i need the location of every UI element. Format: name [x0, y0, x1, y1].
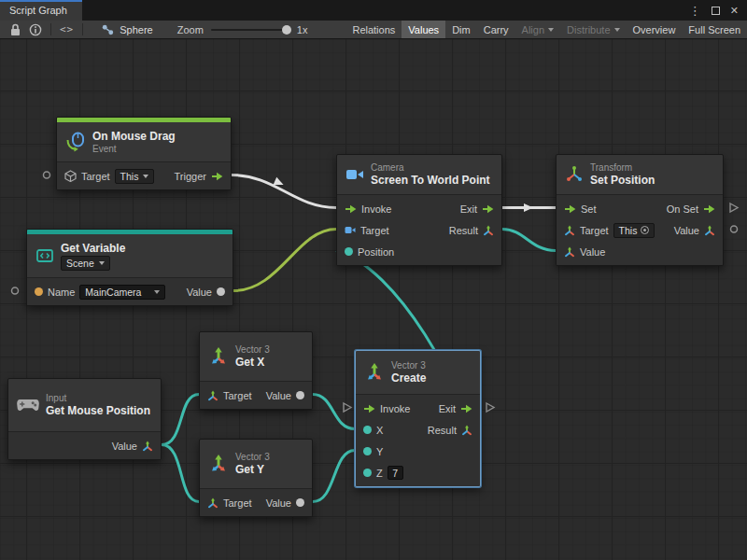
node-screen-to-world-point[interactable]: Camera Screen To World Point Invoke Exit [336, 154, 502, 266]
zoom-slider[interactable] [211, 29, 289, 31]
port-label: Exit [439, 403, 456, 414]
x-input-port[interactable] [363, 426, 372, 434]
node-on-mouse-drag[interactable]: On Mouse Drag Event Target This Trigger [56, 117, 232, 190]
caret-down-icon [548, 28, 554, 32]
port-label: Value [580, 246, 605, 258]
node-title: Get Y [235, 463, 270, 476]
info-icon[interactable] [25, 23, 46, 36]
value-output-port[interactable] [296, 498, 304, 507]
target-this-dropdown[interactable]: This [115, 169, 155, 184]
vector3-port-icon[interactable] [564, 246, 575, 258]
tab-title: Script Graph [9, 5, 67, 16]
variable-scope-dropdown[interactable]: Scene [61, 256, 110, 271]
target-this-object-picker[interactable]: This [613, 223, 655, 238]
node-category: Vector 3 [235, 344, 270, 355]
camera-type-port-icon[interactable] [345, 226, 356, 234]
object-picker-icon [641, 226, 649, 234]
graph-canvas[interactable]: On Mouse Drag Event Target This Trigger [0, 39, 747, 560]
align-button[interactable]: Align [515, 21, 560, 38]
port-label: Value [112, 441, 137, 452]
zoom-slider-handle[interactable] [282, 25, 291, 35]
node-title: Get Variable [61, 242, 125, 255]
dim-button[interactable]: Dim [445, 21, 477, 38]
camera-icon [345, 168, 364, 181]
graph-owner[interactable]: Sphere [101, 23, 152, 36]
overview-button[interactable]: Overview [627, 21, 683, 38]
node-vector3-create[interactable]: Vector 3 Create Invoke Exit X [355, 350, 481, 487]
values-button[interactable]: Values [402, 21, 445, 38]
exec-in-icon[interactable] [564, 204, 576, 214]
port-label: X [376, 425, 383, 436]
caret-down-icon [143, 175, 148, 178]
port-label: Target [223, 497, 252, 509]
value-output-port[interactable] [296, 391, 304, 399]
toolbar-buttons: Relations Values Dim Carry Align Distrib… [345, 21, 747, 38]
transform-type-port-icon[interactable] [564, 225, 575, 236]
gameobject-cube-icon[interactable] [64, 170, 77, 182]
exec-out-icon[interactable] [460, 404, 472, 413]
relations-button[interactable]: Relations [345, 21, 402, 38]
node-category: Transform [590, 162, 655, 173]
vector3-icon [208, 454, 229, 474]
port-label: Result [449, 225, 478, 236]
port-label: Exit [460, 203, 477, 215]
exec-out-icon[interactable] [703, 204, 715, 214]
kebab-menu-icon[interactable]: ⋮ [689, 5, 701, 17]
z-input-port[interactable] [363, 469, 372, 477]
z-value-field[interactable] [388, 466, 403, 480]
unconnected-port-circle [731, 226, 738, 232]
node-get-mouse-position[interactable]: Input Get Mouse Position Value [7, 378, 162, 460]
port-label: Y [376, 446, 383, 457]
port-label: Value [187, 287, 212, 298]
vector3-port-icon[interactable] [207, 497, 218, 509]
port-label: Value [674, 225, 699, 236]
caret-down-icon [154, 290, 160, 294]
value-output-port[interactable] [217, 287, 225, 296]
close-icon[interactable]: ✕ [730, 6, 739, 16]
vector3-port-icon[interactable] [207, 390, 218, 401]
port-label: Set [581, 203, 597, 215]
zoom-label: Zoom [177, 24, 204, 35]
variable-icon [35, 246, 54, 265]
node-vector3-get-y[interactable]: Vector 3 Get Y Target Value [199, 439, 313, 517]
node-title: Get Mouse Position [46, 404, 150, 417]
port-label: Value [266, 390, 291, 401]
node-category: Vector 3 [235, 452, 270, 462]
graph-owner-label: Sphere [120, 24, 152, 35]
unconnected-port-circle [12, 287, 19, 294]
caret-down-icon [99, 261, 105, 265]
name-input-port[interactable] [35, 287, 43, 296]
toolbar-separator [82, 23, 83, 35]
vector3-port-icon[interactable] [483, 225, 494, 236]
zoom-value: 1x [297, 24, 308, 35]
tab-script-graph[interactable]: Script Graph [0, 0, 82, 21]
unconnected-exec-triangle [486, 403, 494, 412]
node-set-position[interactable]: Transform Set Position Set On Set [556, 154, 724, 266]
exec-out-icon[interactable] [482, 204, 494, 214]
vector3-port-icon[interactable] [142, 441, 153, 452]
y-input-port[interactable] [363, 447, 372, 455]
exec-in-icon[interactable] [363, 404, 375, 413]
edit-code-icon[interactable]: <> [56, 23, 78, 35]
maximize-icon[interactable] [712, 7, 720, 15]
port-label: Position [358, 246, 394, 258]
node-get-variable[interactable]: Get Variable Scene Name MainCamera Value [26, 229, 233, 306]
port-label: Name [48, 287, 75, 298]
position-input-port[interactable] [345, 247, 353, 256]
node-vector3-get-x[interactable]: Vector 3 Get X Target Value [199, 331, 313, 410]
vector3-port-icon[interactable] [704, 225, 715, 236]
lock-icon[interactable] [6, 23, 25, 36]
exec-out-icon[interactable] [211, 172, 223, 181]
variable-name-dropdown[interactable]: MainCamera [79, 285, 165, 300]
full-screen-button[interactable]: Full Screen [682, 21, 747, 38]
port-label: Target [223, 390, 252, 401]
wire-result-to-value [502, 230, 556, 251]
carry-button[interactable]: Carry [477, 21, 515, 38]
unconnected-port-circle [44, 172, 50, 178]
port-label: Result [428, 425, 457, 436]
vector3-port-icon[interactable] [461, 425, 472, 436]
exec-in-icon[interactable] [345, 204, 357, 214]
wire-gety-to-y [313, 451, 355, 502]
port-label: Value [266, 497, 291, 509]
distribute-button[interactable]: Distribute [560, 21, 626, 38]
